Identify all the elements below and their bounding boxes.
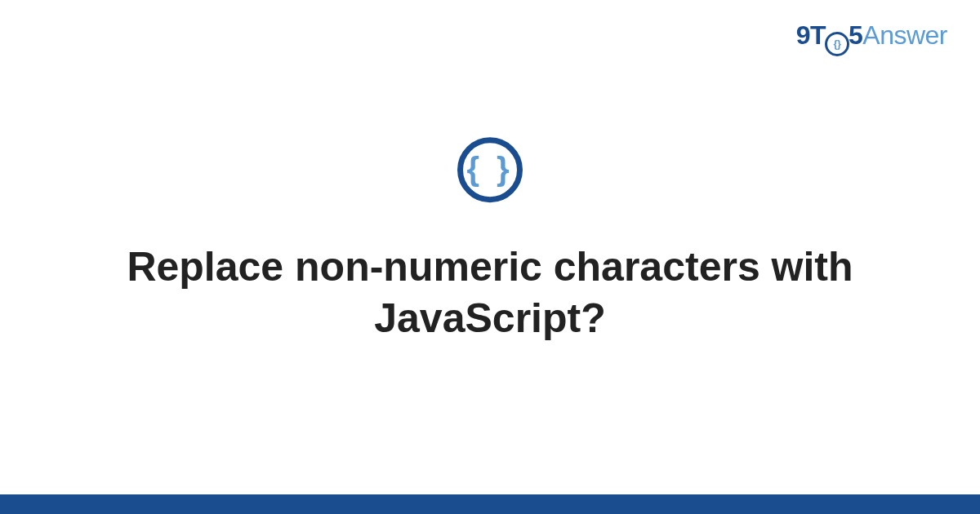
site-logo: 9T{}5Answer <box>796 20 947 56</box>
logo-part-9t: 9T <box>796 20 826 50</box>
logo-part-answer: Answer <box>862 20 947 50</box>
logo-o-icon: {} <box>825 32 849 56</box>
category-icon-circle: { } <box>457 137 523 202</box>
main-content: { } Replace non-numeric characters with … <box>0 137 980 343</box>
footer-bar <box>0 494 980 514</box>
braces-icon: { } <box>466 153 513 185</box>
logo-part-5: 5 <box>849 20 862 50</box>
question-title: Replace non-numeric characters with Java… <box>82 241 898 343</box>
